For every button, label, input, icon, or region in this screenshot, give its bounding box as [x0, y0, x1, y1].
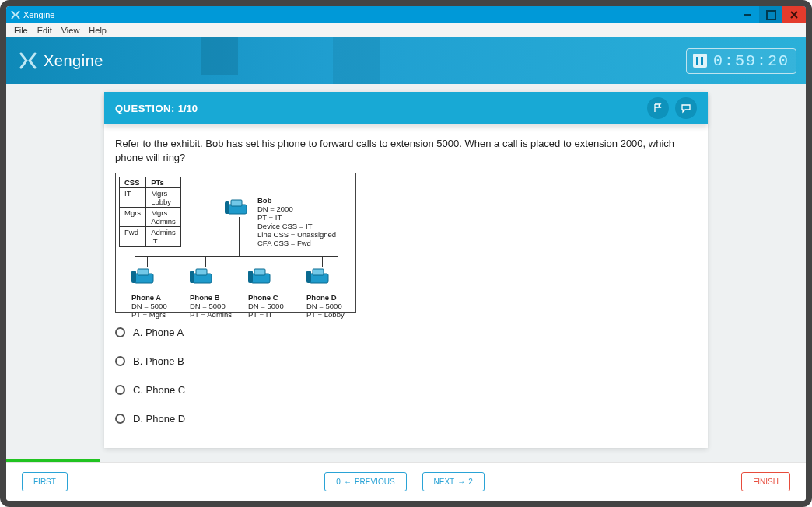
question-body: Refer to the exhibit. Bob has set his ph…: [104, 124, 708, 448]
svg-rect-1: [231, 200, 242, 206]
phone-icon: [225, 197, 253, 215]
option-d[interactable]: D. Phone D: [115, 413, 697, 425]
menu-edit[interactable]: Edit: [33, 26, 57, 35]
flag-button[interactable]: [647, 97, 669, 119]
question-card: QUESTION: 1/10 Refer to the exhibit. Bob…: [104, 92, 708, 448]
footer-nav: FIRST 0 ← PREVIOUS NEXT → 2 FINISH: [6, 462, 806, 501]
question-text: Refer to the exhibit. Bob has set his ph…: [115, 137, 697, 165]
option-label: C. Phone C: [133, 384, 185, 396]
app-logo-small: [11, 10, 20, 19]
header-decoration: [201, 37, 238, 75]
question-number: 1/10: [178, 103, 198, 114]
answer-options: A. Phone A B. Phone B C. Phone C D. Phon…: [115, 327, 697, 425]
option-c[interactable]: C. Phone C: [115, 384, 697, 396]
phone-icon: [248, 267, 296, 285]
menu-view[interactable]: View: [57, 26, 85, 35]
timer-value: 0:59:20: [713, 52, 789, 70]
phone-icon: [190, 267, 238, 285]
window-titlebar: Xengine: [6, 6, 806, 23]
window-minimize-button[interactable]: [736, 6, 759, 23]
content-area: QUESTION: 1/10 Refer to the exhibit. Bob…: [6, 84, 806, 462]
svg-rect-7: [196, 269, 207, 275]
exhibit-phone-d: Phone D DN = 5000 PT = Lobby: [306, 267, 355, 320]
exhibit-phone-a: Phone A DN = 5000 PT = Mgrs: [131, 267, 180, 320]
radio-icon: [115, 356, 125, 366]
finish-button[interactable]: FINISH: [741, 472, 790, 491]
exhibit-table: CSSPTs ITMgrs Lobby MgrsMgrs Admins FwdA…: [119, 177, 181, 247]
pause-button[interactable]: [693, 54, 707, 68]
svg-rect-5: [131, 271, 136, 283]
app-brand: Xengine: [44, 52, 103, 70]
arrow-left-icon: ←: [344, 477, 352, 486]
menu-bar: File Edit View Help: [6, 23, 806, 37]
first-button[interactable]: FIRST: [22, 472, 68, 491]
previous-button[interactable]: 0 ← PREVIOUS: [324, 472, 406, 491]
svg-rect-8: [190, 271, 194, 283]
app-logo-icon: [19, 51, 37, 70]
exhibit-phone-c: Phone C DN = 5000 PT = IT: [248, 267, 296, 320]
svg-rect-2: [225, 201, 229, 214]
timer: 0:59:20: [686, 48, 796, 74]
window-close-button[interactable]: [782, 6, 806, 23]
option-a[interactable]: A. Phone A: [115, 327, 697, 338]
exhibit-image: CSSPTs ITMgrs Lobby MgrsMgrs Admins FwdA…: [115, 173, 356, 313]
option-b[interactable]: B. Phone B: [115, 355, 697, 367]
radio-icon: [115, 385, 125, 395]
app-header: Xengine 0:59:20: [6, 37, 806, 84]
svg-rect-4: [138, 269, 149, 275]
option-label: B. Phone B: [133, 355, 184, 367]
menu-file[interactable]: File: [9, 26, 33, 35]
svg-rect-11: [248, 271, 253, 283]
option-label: D. Phone D: [133, 413, 185, 425]
radio-icon: [115, 414, 125, 424]
window-maximize-button[interactable]: [759, 6, 782, 23]
question-label: QUESTION:: [115, 103, 175, 114]
phone-icon: [131, 267, 180, 285]
next-button[interactable]: NEXT → 2: [422, 472, 485, 491]
svg-rect-13: [313, 269, 324, 275]
exhibit-phone-b: Phone B DN = 5000 PT = Admins: [190, 267, 238, 320]
radio-icon: [115, 327, 125, 337]
header-decoration: [333, 37, 380, 84]
arrow-right-icon: →: [457, 477, 465, 486]
menu-help[interactable]: Help: [84, 26, 111, 35]
option-label: A. Phone A: [133, 327, 184, 338]
question-header: QUESTION: 1/10: [104, 92, 708, 124]
phone-icon: [306, 267, 355, 285]
comment-button[interactable]: [675, 97, 697, 119]
window-title: Xengine: [23, 10, 54, 19]
exhibit-bob-phone: Bob DN = 2000 PT = IT Device CSS = IT Li…: [225, 197, 336, 248]
svg-rect-14: [306, 271, 311, 283]
svg-rect-10: [254, 269, 265, 275]
